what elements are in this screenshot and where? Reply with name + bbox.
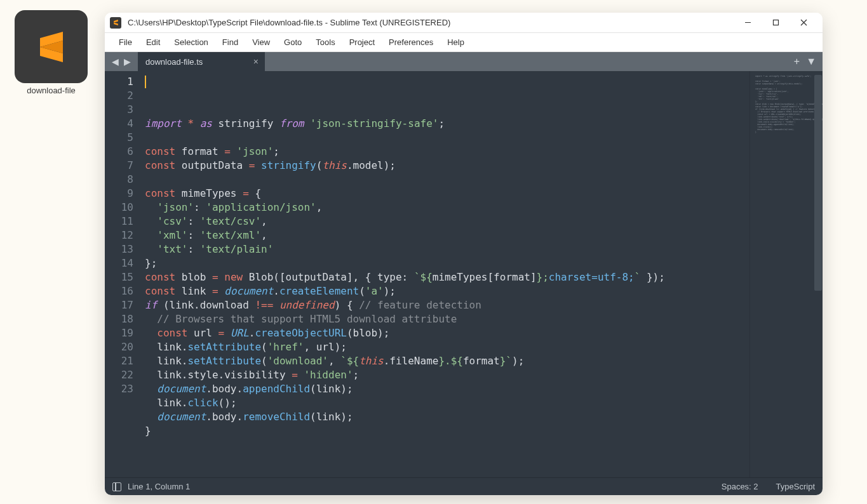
menu-find[interactable]: Find bbox=[216, 35, 245, 50]
line-number[interactable]: 3 bbox=[105, 103, 133, 117]
line-number[interactable]: 21 bbox=[105, 354, 133, 368]
line-number[interactable]: 23 bbox=[105, 382, 133, 396]
menu-help[interactable]: Help bbox=[441, 35, 471, 50]
tab-label: download-file.ts bbox=[145, 57, 203, 67]
menu-goto[interactable]: Goto bbox=[278, 35, 308, 50]
statusbar: Line 1, Column 1 Spaces: 2 TypeScript bbox=[105, 477, 823, 495]
menu-file[interactable]: File bbox=[112, 35, 138, 50]
code-line[interactable]: 'txt': 'text/plain' bbox=[145, 242, 749, 256]
code-line[interactable]: } bbox=[145, 424, 749, 438]
code-line[interactable]: const link = document.createElement('a')… bbox=[145, 284, 749, 298]
line-number[interactable]: 9 bbox=[105, 187, 133, 201]
tab-dropdown-icon[interactable]: ▼ bbox=[806, 56, 816, 67]
line-number[interactable]: 15 bbox=[105, 270, 133, 284]
line-gutter[interactable]: 1234567891011121314151617181920212223 bbox=[105, 71, 140, 477]
menu-project[interactable]: Project bbox=[343, 35, 381, 50]
panel-toggle-icon[interactable] bbox=[112, 482, 121, 491]
code-line[interactable]: const blob = new Blob([outputData], { ty… bbox=[145, 270, 749, 284]
menubar: FileEditSelectionFindViewGotoToolsProjec… bbox=[105, 33, 823, 52]
menu-edit[interactable]: Edit bbox=[140, 35, 166, 50]
code-line[interactable]: link.setAttribute('href', url); bbox=[145, 340, 749, 354]
titlebar[interactable]: C:\Users\HP\Desktop\TypeScript File\down… bbox=[105, 13, 823, 33]
code-line[interactable]: // Browsers that support HTML5 download … bbox=[145, 312, 749, 326]
menu-selection[interactable]: Selection bbox=[168, 35, 214, 50]
status-indent[interactable]: Spaces: 2 bbox=[722, 482, 758, 491]
desktop-shortcut[interactable]: download-file bbox=[15, 10, 88, 95]
line-number[interactable]: 6 bbox=[105, 145, 133, 159]
menu-view[interactable]: View bbox=[246, 35, 276, 50]
code-line[interactable]: import * as stringify from 'json-stringi… bbox=[145, 117, 749, 131]
line-number[interactable]: 11 bbox=[105, 215, 133, 229]
code-line[interactable]: document.body.removeChild(link); bbox=[145, 410, 749, 424]
editor-area: 1234567891011121314151617181920212223 im… bbox=[105, 71, 823, 477]
new-tab-icon[interactable]: + bbox=[794, 56, 800, 67]
status-line-col[interactable]: Line 1, Column 1 bbox=[128, 482, 190, 491]
code-line[interactable]: 'csv': 'text/csv', bbox=[145, 215, 749, 229]
tab-nav-forward-icon[interactable]: ▶ bbox=[122, 56, 133, 67]
close-button[interactable] bbox=[790, 13, 817, 33]
line-number[interactable]: 20 bbox=[105, 340, 133, 354]
line-number[interactable]: 18 bbox=[105, 312, 133, 326]
status-language[interactable]: TypeScript bbox=[776, 482, 815, 491]
code-line[interactable]: const outputData = stringify(this.model)… bbox=[145, 159, 749, 173]
code-line[interactable] bbox=[145, 131, 749, 145]
code-line[interactable]: link.click(); bbox=[145, 396, 749, 410]
minimap[interactable]: import * as stringify from 'json-stringi… bbox=[749, 71, 823, 477]
code-line[interactable]: 'xml': 'text/xml', bbox=[145, 229, 749, 242]
window-title: C:\Users\HP\Desktop\TypeScript File\down… bbox=[128, 18, 734, 27]
code-content[interactable]: import * as stringify from 'json-stringi… bbox=[140, 71, 749, 477]
desktop-shortcut-label: download-file bbox=[15, 86, 88, 95]
line-number[interactable]: 16 bbox=[105, 284, 133, 298]
code-line[interactable]: if (link.download !== undefined) { // fe… bbox=[145, 298, 749, 312]
tab-close-icon[interactable]: × bbox=[253, 56, 259, 67]
sublime-window: C:\Users\HP\Desktop\TypeScript File\down… bbox=[105, 13, 823, 495]
code-line[interactable]: document.body.appendChild(link); bbox=[145, 382, 749, 396]
line-number[interactable]: 17 bbox=[105, 298, 133, 312]
code-line[interactable] bbox=[145, 173, 749, 187]
line-number[interactable]: 2 bbox=[105, 89, 133, 103]
minimap-content: import * as stringify from 'json-stringi… bbox=[755, 75, 815, 133]
line-number[interactable]: 22 bbox=[105, 368, 133, 382]
tabbar: ◀ ▶ download-file.ts × + ▼ bbox=[105, 52, 823, 71]
line-number[interactable]: 12 bbox=[105, 229, 133, 242]
code-line[interactable]: link.style.visibility = 'hidden'; bbox=[145, 368, 749, 382]
sublime-icon bbox=[15, 10, 88, 83]
line-number[interactable]: 10 bbox=[105, 201, 133, 215]
scrollbar-vertical[interactable] bbox=[814, 75, 822, 291]
code-line[interactable]: }; bbox=[145, 256, 749, 270]
code-line[interactable]: 'json': 'application/json', bbox=[145, 201, 749, 215]
text-cursor bbox=[145, 76, 146, 88]
code-line[interactable]: const format = 'json'; bbox=[145, 145, 749, 159]
line-number[interactable]: 13 bbox=[105, 242, 133, 256]
line-number[interactable]: 5 bbox=[105, 131, 133, 145]
menu-tools[interactable]: Tools bbox=[309, 35, 341, 50]
line-number[interactable]: 7 bbox=[105, 159, 133, 173]
line-number[interactable]: 19 bbox=[105, 326, 133, 340]
svg-rect-1 bbox=[773, 20, 778, 25]
line-number[interactable]: 1 bbox=[105, 75, 133, 89]
line-number[interactable]: 4 bbox=[105, 117, 133, 131]
tab-active[interactable]: download-file.ts × bbox=[138, 52, 265, 71]
tab-nav-back-icon[interactable]: ◀ bbox=[110, 56, 121, 67]
menu-preferences[interactable]: Preferences bbox=[382, 35, 440, 50]
titlebar-app-icon bbox=[110, 17, 121, 29]
line-number[interactable]: 8 bbox=[105, 173, 133, 187]
sublime-s-icon bbox=[32, 28, 71, 66]
maximize-button[interactable] bbox=[762, 13, 790, 33]
code-line[interactable]: const mimeTypes = { bbox=[145, 187, 749, 201]
line-number[interactable]: 14 bbox=[105, 256, 133, 270]
code-line[interactable]: const url = URL.createObjectURL(blob); bbox=[145, 326, 749, 340]
minimize-button[interactable] bbox=[734, 13, 762, 33]
code-line[interactable]: link.setAttribute('download', `${this.fi… bbox=[145, 354, 749, 368]
